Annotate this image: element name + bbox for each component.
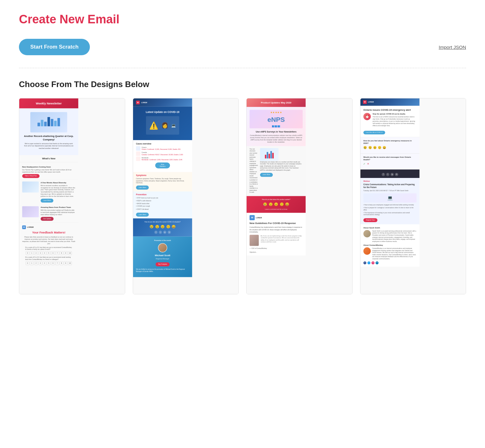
bar-6: [54, 121, 57, 127]
emoji-neutral: 😐: [161, 225, 165, 229]
t3-bar-3: [268, 154, 270, 158]
t4-learn-item-1: • How to keep your employees engaged and…: [363, 204, 416, 206]
t1-item-2-body: We've received countless accolades in re…: [41, 185, 75, 198]
nps-9: 9: [64, 251, 68, 255]
t1-item-3-image: [22, 206, 39, 217]
t3-right-image: [260, 148, 279, 161]
page-title: Create New Email: [19, 13, 466, 26]
t2-prevention-learn-more: Learn More: [136, 213, 149, 216]
t4-cm-bio: ContactMonkey is an internal communicati…: [372, 247, 416, 260]
bar-5: [51, 119, 53, 126]
t1-hero-headline: Another Record-shattering Quarter at Cor…: [23, 135, 75, 141]
t2-promo-title: Promotion of the month: [136, 239, 189, 242]
t2-hero-illustration: ⚠️ 👩 💻: [149, 120, 176, 131]
t3-people-icons: 👥👥👥: [267, 124, 285, 127]
t1-nps-row-2: 0 1 2 3 4 5 6 7 8 9 10: [22, 261, 75, 265]
t3-emoji-3: 😐: [274, 202, 278, 207]
t4-alert-section: Ontario issues COVID-19 emergency alert …: [360, 106, 419, 137]
email-mini-covid-update: W LOREM Latest Update on COVID-19 ⚠️ 👩 💻: [133, 98, 192, 277]
nps-10: 10: [68, 251, 72, 255]
t3-emoji-4: 🙂: [280, 202, 284, 207]
t2-stat-worldwide: Worldwide: Worldwide: Confirmed: 2,906, …: [136, 156, 189, 161]
t2-warning-icon: ⚠️: [149, 120, 158, 131]
template-preview-product-updates: Product Updates May 2020 ★★★★★ eNPS 👥👥👥 …: [247, 98, 352, 294]
nps-4: 4: [43, 251, 46, 255]
t2-cases: Cases overview Ontario: Ontario: Confirm…: [133, 140, 192, 172]
import-json-button[interactable]: Import JSON: [439, 44, 466, 50]
t2-prevention-item-4: • COVER your cough: [136, 205, 189, 208]
t1-item-3: Amazing News from Product Team With this…: [19, 204, 78, 223]
t4-register-btn: Register Now: [363, 218, 377, 222]
nps-8: 8: [60, 251, 63, 255]
t3-hero-body: ContactMonkey's internal communications …: [249, 134, 302, 143]
t2-ontario-stats: Ontario: Confirmed: 13,381, Recovered: 8…: [141, 149, 180, 151]
t4-sarah-bio: Sarah Smith is an award-winning professi…: [372, 230, 416, 242]
nps2-0: 0: [26, 261, 29, 265]
t1-nps-q1: On a scale of 0 to 10, how likely are yo…: [22, 246, 75, 251]
t1-item-1-body: Our Toronto HQ is getting a new home! We…: [22, 169, 75, 173]
nps2-6: 6: [51, 261, 55, 265]
t4-learn-items: • How to keep your employees engaged and…: [363, 204, 416, 216]
t4-twitter-icon: t: [386, 173, 389, 176]
t4-alert-subtitle: Stop the spread. COVID-19 can be deadly.: [372, 113, 416, 115]
t2-prevention-title: Prevention: [136, 193, 189, 196]
t4-webinar-image: 💻: [363, 193, 416, 203]
t3-person-image: [249, 235, 259, 246]
t3-emoji-1: 😢: [263, 202, 267, 207]
t4-linkedin-icon: in: [395, 173, 398, 176]
t4-alert-title: Ontario issues COVID-19 emergency alert: [363, 109, 416, 112]
t1-item-3-cta: See Update: [41, 217, 54, 221]
t1-header-title: Weekly Newsletter: [36, 102, 62, 105]
covid-canada-icon: [136, 151, 140, 156]
t1-item-3-body: With this new product update we'll final…: [41, 209, 75, 216]
nps2-10: 10: [68, 261, 72, 265]
t2-prevention-item-3: • WASH hands often: [136, 203, 189, 205]
t2-prevention-item-5: • DONT Call ahead: [136, 208, 189, 210]
t3-hero-title: Use eNPS Surveys in Your Newsletters: [249, 130, 302, 133]
t2-stat-canada: Canada: Canada: Confirmed: 48,817, Recov…: [136, 151, 189, 156]
t4-about-instagram-icon: ig: [371, 261, 374, 264]
t1-item-3-title: Amazing News from Product Team: [41, 206, 75, 209]
t3-hero: ★★★★★ eNPS 👥👥👥 Use eNPS Surveys in Your …: [247, 107, 306, 146]
t4-social-row: f t ig in: [362, 173, 418, 176]
t4-sarah-avatar: [363, 230, 371, 237]
t3-covid-logo-text: LOREM: [256, 216, 262, 219]
t2-twitter-icon: t: [159, 231, 162, 234]
t3-emoji-row: 😢 😟 😐 🙂 😄: [249, 202, 303, 207]
template-preview-weekly-newsletter: Weekly Newsletter: [19, 98, 125, 294]
t1-logo-icon: W: [22, 226, 26, 229]
t4-checkmark-icon: ✓: [363, 162, 365, 166]
t1-hero-body: We're super excited to announce that tha…: [23, 143, 75, 150]
nps-6: 6: [51, 251, 55, 255]
bar-2: [41, 120, 43, 126]
email-mini-product-updates: Product Updates May 2020 ★★★★★ eNPS 👥👥👥 …: [247, 98, 306, 256]
nps-7: 7: [56, 251, 59, 255]
t4-social-dark-band: f t ig in: [360, 169, 419, 178]
t1-item-1: New Headquarters Coming Soon Our Toronto…: [19, 164, 78, 180]
t4-yesno-row: ✓ ✕: [363, 162, 416, 166]
template-card-weekly-newsletter[interactable]: Weekly Newsletter: [19, 98, 125, 294]
t4-webinar-date: Tuesday, April 28, 2020 10:00 AM ET / 7:…: [363, 190, 416, 192]
t1-logo-text: LOREM: [27, 226, 34, 228]
nps2-2: 2: [34, 261, 38, 265]
t4-face-3: 😐: [373, 146, 377, 150]
t1-footer: W LOREM Your Feedback Matters! Please ta…: [19, 223, 78, 268]
start-from-scratch-button[interactable]: Start From Scratch: [19, 39, 90, 55]
t1-item-2-image: [22, 181, 39, 192]
t3-mini-chart: [264, 150, 274, 159]
t4-learn-item-2: • How to prepare for 'contagious' conver…: [363, 207, 416, 211]
template-card-product-updates[interactable]: Product Updates May 2020 ★★★★★ eNPS 👥👥👥 …: [246, 98, 353, 294]
template-card-ontario-covid[interactable]: W LOREM Ontario issues COVID-19 emergenc…: [360, 98, 466, 294]
chart-bars: [36, 117, 61, 128]
t2-canada-text: Canada: Canada: Confirmed: 48,817, Recov…: [141, 151, 183, 156]
t4-webinar-laptop-icon: 💻: [387, 195, 393, 201]
t1-item-2: A Few Words About Diversity We've receiv…: [19, 180, 78, 204]
email-mini-weekly-newsletter: Weekly Newsletter: [19, 98, 78, 268]
t2-prevention-item-2: • KEEP a safe distance: [136, 200, 189, 202]
t4-about-twitter-icon: t: [367, 261, 370, 264]
template-preview-covid-update: W LOREM Latest Update on COVID-19 ⚠️ 👩 💻: [133, 98, 239, 294]
t4-face-5: 😄: [383, 146, 386, 150]
template-card-covid-update[interactable]: W LOREM Latest Update on COVID-19 ⚠️ 👩 💻: [133, 98, 239, 294]
t1-header: Weekly Newsletter: [19, 98, 78, 109]
t3-right-col: Employees can simply click on a number a…: [260, 148, 303, 194]
